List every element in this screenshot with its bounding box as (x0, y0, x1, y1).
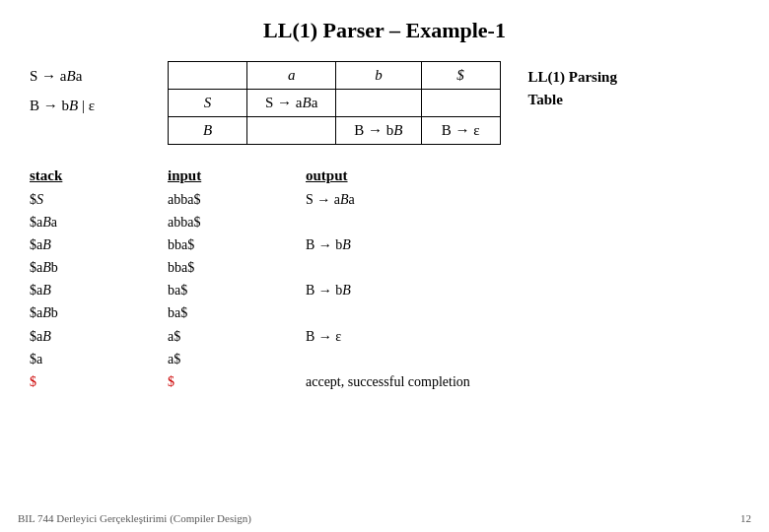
input-column: input abba$ abba$ bba$ bba$ ba$ ba$ a$ a… (168, 167, 246, 393)
parsing-table: a b $ S S → aBa B B → bB B → ε (168, 61, 501, 145)
input-item-0: abba$ (168, 188, 246, 211)
footer-left: BIL 744 Derleyici Gerçekleştirimi (Compi… (18, 512, 251, 524)
stack-item-1: $aBa (30, 211, 108, 233)
input-item-8: $ (168, 370, 246, 393)
rule2-text: B → bB | ε (30, 91, 95, 120)
input-item-5: ba$ (168, 301, 246, 324)
page-title: LL(1) Parser – Example-1 (0, 18, 769, 43)
stack-column: stack $S $aBa $aB $aBb $aB $aBb $aB $a $ (30, 167, 108, 393)
row-S-dollar (421, 90, 500, 117)
grammar-rule-1: S → aBa (30, 61, 158, 91)
table-and-label: a b $ S S → aBa B B → bB B → ε (168, 61, 739, 145)
table-row-S: S S → aBa (169, 90, 501, 117)
stack-item-7: $a (30, 348, 108, 370)
col-a: a (247, 62, 336, 90)
table-label: LL(1) ParsingTable (528, 66, 617, 110)
row-S-label: S (169, 90, 247, 117)
input-item-6: a$ (168, 325, 246, 348)
input-item-2: bba$ (168, 233, 246, 256)
output-item-6: B → ε (306, 325, 470, 348)
output-header: output (306, 167, 470, 184)
grammar-rules: S → aBa B → bB | ε (30, 61, 158, 120)
output-item-4: B → bB (306, 279, 470, 301)
table-row-B: B B → bB B → ε (169, 117, 501, 145)
col-dollar: $ (421, 62, 500, 90)
stack-item-4: $aB (30, 279, 108, 301)
input-item-1: abba$ (168, 211, 246, 233)
output-item-2: B → bB (306, 233, 470, 256)
footer: BIL 744 Derleyici Gerçekleştirimi (Compi… (0, 512, 769, 524)
stack-item-8: $ (30, 370, 108, 393)
stack-header: stack (30, 167, 108, 184)
output-item-8: accept, successful completion (306, 370, 470, 393)
col-empty (169, 62, 247, 90)
output-item-3 (306, 256, 470, 279)
col-b: b (336, 62, 421, 90)
row-B-label: B (169, 117, 247, 145)
output-item-0: S → aBa (306, 188, 470, 211)
parsing-table-wrapper: a b $ S S → aBa B B → bB B → ε (168, 61, 501, 145)
grammar-rule-2: B → bB | ε (30, 91, 158, 120)
stack-item-2: $aB (30, 233, 108, 256)
output-item-5 (306, 301, 470, 324)
output-item-7 (306, 348, 470, 370)
output-column: output S → aBa B → bB B → bB B → ε accep… (306, 167, 470, 393)
stack-item-3: $aBb (30, 256, 108, 279)
row-S-a: S → aBa (247, 90, 336, 117)
stack-item-0: $S (30, 188, 108, 211)
input-item-4: ba$ (168, 279, 246, 301)
lower-section: stack $S $aBa $aB $aBb $aB $aBb $aB $a $… (0, 150, 769, 393)
rule1-text: S → aBa (30, 61, 82, 91)
output-item-1 (306, 211, 470, 233)
footer-right: 12 (740, 512, 751, 524)
stack-item-6: $aB (30, 325, 108, 348)
row-B-dollar: B → ε (421, 117, 500, 145)
input-item-3: bba$ (168, 256, 246, 279)
row-S-b (336, 90, 421, 117)
row-B-a (247, 117, 336, 145)
grammar-section: S → aBa B → bB | ε (30, 61, 158, 150)
table-header-row: a b $ (169, 62, 501, 90)
input-header: input (168, 167, 246, 184)
stack-item-5: $aBb (30, 301, 108, 324)
input-item-7: a$ (168, 348, 246, 370)
row-B-b: B → bB (336, 117, 421, 145)
